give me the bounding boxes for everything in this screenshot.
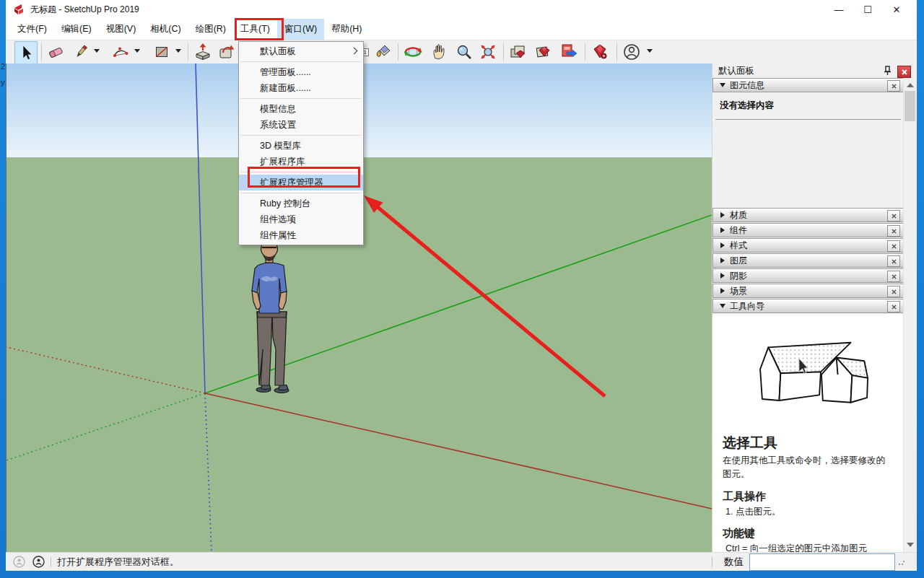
menu-camera[interactable]: 相机(C) — [143, 19, 188, 40]
maximize-button[interactable]: ☐ — [853, 0, 882, 19]
credit-info-icon[interactable] — [32, 556, 45, 568]
expand-triangle-icon — [720, 242, 725, 248]
section-scenes[interactable]: 场景 — [712, 284, 904, 298]
select-tool-button[interactable] — [14, 41, 38, 64]
pan-tool-button[interactable] — [428, 41, 450, 63]
offset-icon — [217, 43, 236, 61]
section-label: 图层 — [730, 255, 747, 267]
menu-file[interactable]: 文件(F) — [10, 19, 54, 40]
section-label: 场景 — [730, 285, 747, 297]
minimize-button[interactable]: — — [824, 0, 853, 19]
arc-tool-dropdown[interactable] — [134, 49, 140, 53]
menu-item-3d-warehouse[interactable]: 3D 模型库 — [239, 138, 363, 154]
line-tool-button[interactable] — [70, 41, 92, 63]
share-model-button[interactable] — [533, 41, 554, 63]
pin-icon[interactable] — [883, 66, 892, 76]
tray-close-button[interactable] — [897, 66, 911, 78]
menu-help[interactable]: 帮助(H) — [324, 19, 369, 40]
menu-edit[interactable]: 编辑(E) — [54, 19, 99, 40]
zoom-extents-tool-button[interactable] — [477, 41, 499, 63]
measurement-input[interactable] — [749, 553, 895, 571]
section-label: 图元信息 — [730, 79, 764, 92]
section-close-button[interactable] — [887, 240, 900, 252]
close-x-icon — [892, 259, 897, 264]
menu-item-default-tray[interactable]: 默认面板 — [239, 43, 363, 59]
section-styles[interactable]: 样式 — [712, 238, 904, 253]
collapse-triangle-icon — [720, 83, 725, 87]
menu-item-ruby-console[interactable]: Ruby 控制台 — [239, 196, 363, 211]
line-tool-dropdown[interactable] — [94, 49, 100, 53]
entity-info-content: 没有选择内容 — [712, 93, 904, 208]
section-close-button[interactable] — [887, 271, 900, 282]
section-close-button[interactable] — [887, 286, 900, 297]
share-model-icon — [534, 43, 553, 61]
scrollbar-thumb[interactable] — [905, 91, 915, 121]
instructor-panel: 选择工具 在使用其他工具或命令时，选择要修改的图元。 工具操作 1. 点击图元。… — [712, 314, 904, 552]
section-layers[interactable]: 图层 — [712, 253, 904, 268]
pan-hand-icon — [430, 43, 448, 61]
section-close-button[interactable] — [887, 255, 900, 267]
expand-triangle-icon — [720, 258, 725, 263]
menu-item-label: Ruby 控制台 — [260, 198, 310, 209]
expand-triangle-icon — [720, 227, 725, 233]
menu-item-manage-trays[interactable]: 管理面板...... — [239, 64, 363, 80]
divider — [712, 557, 712, 567]
scroll-up-icon[interactable] — [907, 83, 914, 87]
close-button[interactable]: ✕ — [882, 0, 911, 19]
geolocation-icon[interactable] — [13, 556, 25, 568]
eraser-tool-button[interactable] — [45, 41, 66, 63]
push-pull-icon — [193, 43, 212, 61]
offset-tool-button[interactable] — [216, 41, 237, 63]
section-instructor[interactable]: 工具向导 — [712, 299, 904, 313]
menu-item-component-options[interactable]: 组件选项 — [239, 211, 363, 227]
menu-view[interactable]: 视图(V) — [99, 19, 144, 40]
menu-separator — [240, 98, 362, 99]
shapes-tool-button[interactable] — [151, 41, 173, 63]
send-to-layout-button[interactable] — [558, 41, 580, 63]
push-pull-tool-button[interactable] — [192, 41, 214, 63]
instructor-operation-title: 工具操作 — [723, 490, 894, 504]
section-label: 工具向导 — [730, 300, 764, 312]
resize-grip[interactable] — [898, 559, 905, 566]
3d-warehouse-button[interactable] — [507, 41, 529, 63]
section-close-button[interactable] — [887, 225, 900, 237]
extension-warehouse-icon — [590, 43, 609, 61]
menu-separator — [240, 193, 362, 193]
section-entity-info[interactable]: 图元信息 — [712, 78, 904, 92]
account-person-icon — [622, 43, 641, 61]
desktop: 2 y 无标题 - SketchUp Pro 2019 — ☐ ✕ 文件(F) … — [0, 0, 924, 578]
section-close-button[interactable] — [887, 301, 900, 312]
zoom-tool-button[interactable] — [453, 41, 475, 63]
orbit-tool-button[interactable] — [402, 41, 424, 63]
scroll-down-icon[interactable] — [907, 543, 914, 547]
account-button[interactable] — [621, 41, 642, 63]
instructor-modifier-title: 功能键 — [723, 527, 894, 540]
paint-bucket-icon — [374, 43, 393, 61]
menu-item-preferences[interactable]: 系统设置 — [239, 117, 363, 133]
toolbar: A1 — [6, 40, 917, 64]
paint-bucket-tool-button[interactable] — [372, 41, 394, 63]
menu-item-label: 扩展程序库 — [260, 157, 305, 167]
shapes-tool-dropdown[interactable] — [175, 49, 181, 53]
account-dropdown[interactable] — [647, 49, 653, 53]
close-x-icon — [892, 84, 897, 89]
section-components[interactable]: 组件 — [712, 223, 904, 237]
section-materials[interactable]: 材质 — [712, 208, 904, 222]
section-close-button[interactable] — [887, 210, 900, 222]
section-label: 材质 — [730, 209, 747, 222]
menu-draw[interactable]: 绘图(R) — [188, 19, 233, 40]
tray-title-bar[interactable]: 默认面板 — [712, 64, 917, 78]
desktop-artifact: y — [1, 78, 5, 87]
default-tray-panel: 默认面板 图元信息 — [712, 64, 917, 552]
sketchup-logo-icon — [13, 4, 25, 15]
menu-item-model-info[interactable]: 模型信息 — [239, 101, 363, 117]
panel-scrollbar[interactable] — [903, 78, 917, 552]
menu-window[interactable]: 窗口(W) — [277, 19, 324, 40]
menu-item-new-tray[interactable]: 新建面板...... — [239, 80, 363, 96]
section-shadows[interactable]: 阴影 — [712, 268, 904, 283]
section-close-button[interactable] — [887, 80, 900, 92]
menu-item-component-attributes[interactable]: 组件属性 — [239, 227, 363, 243]
arc-tool-button[interactable] — [110, 41, 131, 63]
extension-warehouse-button[interactable] — [589, 41, 611, 63]
title-bar[interactable]: 无标题 - SketchUp Pro 2019 — ☐ ✕ — [6, 0, 917, 19]
